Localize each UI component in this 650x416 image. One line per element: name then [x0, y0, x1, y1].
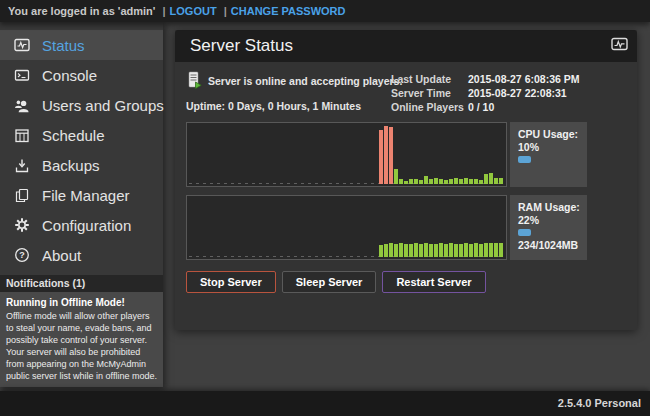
chart-bar — [389, 243, 393, 257]
about-icon: ? — [13, 247, 30, 264]
chart-bar — [409, 244, 413, 257]
server-status-line: Server is online and accepting players. — [186, 71, 391, 91]
chart-bar — [439, 243, 443, 257]
chart-bar — [429, 179, 433, 184]
info-row: Server Time2015-08-27 22:08:31 — [391, 86, 626, 100]
chart-bar — [499, 178, 503, 184]
sidebar-item-console[interactable]: Console — [0, 60, 163, 90]
ram-chart-plot — [186, 195, 507, 260]
notification-text: Offline mode will allow other players to… — [6, 310, 157, 382]
chart-bar — [434, 178, 438, 184]
activity-chart-icon — [611, 37, 628, 55]
chart-bar — [384, 244, 388, 257]
sidebar-item-label: File Manager — [42, 187, 130, 204]
ram-usage-chart: RAM Usage: 22% 234/1024MB — [186, 195, 587, 260]
uptime-text: Uptime: 0 Days, 0 Hours, 1 Minutes — [186, 100, 391, 112]
chart-bar — [474, 243, 478, 257]
configuration-icon — [13, 217, 30, 234]
restart-server-button[interactable]: Restart Server — [382, 271, 485, 293]
server-control-buttons: Stop ServerSleep ServerRestart Server — [186, 271, 626, 293]
users-icon — [13, 97, 30, 114]
chart-bar — [494, 243, 498, 257]
info-value: 0 / 10 — [468, 100, 494, 114]
file-manager-icon — [13, 187, 30, 204]
sidebar-item-label: Schedule — [42, 127, 105, 144]
chart-bar — [484, 243, 488, 257]
chart-bar — [424, 243, 428, 257]
server-online-icon — [186, 71, 202, 91]
notifications-header: Notifications (1) — [0, 275, 163, 292]
schedule-icon — [13, 127, 30, 144]
info-value: 2015-08-27 22:08:31 — [468, 86, 567, 100]
console-icon — [13, 67, 30, 84]
change-password-link[interactable]: CHANGE PASSWORD — [231, 5, 346, 17]
chart-bar — [404, 244, 408, 257]
sidebar-item-status[interactable]: Status — [0, 30, 163, 60]
chart-bar — [464, 178, 468, 184]
sidebar-item-label: About — [42, 247, 81, 264]
chart-bar — [494, 178, 498, 184]
sidebar-item-schedule[interactable]: Schedule — [0, 120, 163, 150]
cpu-legend-label: CPU Usage: — [518, 128, 587, 141]
chart-bar — [449, 243, 453, 257]
sidebar-menu: StatusConsoleUsers and GroupsScheduleBac… — [0, 22, 163, 270]
server-info-table: Last Update2015-08-27 6:08:36 PMServer T… — [391, 71, 626, 114]
sidebar-item-label: Backups — [42, 157, 100, 174]
chart-bar — [409, 179, 413, 184]
page-title: Server Status — [190, 36, 611, 56]
chart-bar — [469, 179, 473, 184]
chart-bar — [434, 244, 438, 257]
chart-bar — [394, 244, 398, 257]
panel-body: Server is online and accepting players. … — [175, 62, 637, 302]
backups-icon — [13, 157, 30, 174]
chart-bar — [399, 179, 403, 184]
chart-bar — [474, 179, 478, 184]
sidebar-item-about[interactable]: ?About — [0, 240, 163, 270]
chart-bar — [414, 243, 418, 257]
chart-bar — [379, 245, 383, 257]
ram-legend-detail: 234/1024MB — [518, 239, 587, 252]
info-row: Online Players0 / 10 — [391, 100, 626, 114]
status-icon — [13, 37, 30, 54]
chart-bar — [389, 127, 393, 184]
chart-bar — [489, 173, 493, 184]
chart-bar — [429, 244, 433, 257]
sidebar-item-label: Users and Groups — [42, 97, 164, 114]
panel-header: Server Status — [175, 30, 637, 62]
topbar: You are logged in as 'admin' |LOGOUT |CH… — [0, 0, 650, 22]
cpu-usage-chart: CPU Usage: 10% — [186, 122, 587, 187]
cpu-chart-plot — [186, 122, 507, 187]
server-status-panel: Server Status Server is online and accep… — [175, 30, 637, 330]
sidebar-item-users-and-groups[interactable]: Users and Groups — [0, 90, 163, 120]
chart-bar — [394, 169, 398, 184]
chart-bar — [489, 243, 493, 257]
chart-bar — [484, 174, 488, 184]
sidebar-item-file-manager[interactable]: File Manager — [0, 180, 163, 210]
notifications-panel: Running in Offline Mode! Offline mode wi… — [0, 292, 163, 387]
sleep-server-button[interactable]: Sleep Server — [282, 271, 377, 293]
cpu-legend-value: 10% — [518, 141, 587, 154]
chart-bar — [419, 244, 423, 257]
chart-bar — [464, 243, 468, 257]
server-info-section: Server is online and accepting players. … — [186, 71, 626, 114]
chart-bar — [379, 130, 383, 184]
chart-bar — [449, 179, 453, 184]
chart-bar — [479, 180, 483, 184]
chart-bar — [384, 126, 388, 184]
chart-bar — [419, 180, 423, 184]
chart-bar — [459, 179, 463, 184]
ram-legend-label: RAM Usage: — [518, 201, 587, 214]
info-label: Server Time — [391, 86, 468, 100]
sidebar-item-backups[interactable]: Backups — [0, 150, 163, 180]
stop-server-button[interactable]: Stop Server — [186, 271, 276, 293]
logout-link[interactable]: LOGOUT — [170, 5, 217, 17]
sidebar-item-configuration[interactable]: Configuration — [0, 210, 163, 240]
sidebar: StatusConsoleUsers and GroupsScheduleBac… — [0, 22, 163, 387]
cpu-chart-legend: CPU Usage: 10% — [510, 122, 587, 187]
sidebar-item-label: Status — [42, 37, 85, 54]
sidebar-item-label: Configuration — [42, 217, 131, 234]
chart-bar — [469, 244, 473, 257]
chart-bar — [439, 179, 443, 184]
chart-bar — [459, 244, 463, 257]
chart-bar — [444, 180, 448, 184]
